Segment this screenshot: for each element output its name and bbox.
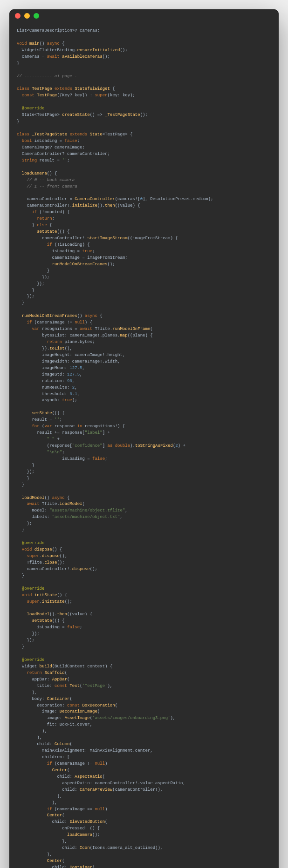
window-titlebar [9, 9, 279, 22]
minimize-icon[interactable] [24, 13, 30, 19]
close-icon[interactable] [15, 13, 21, 19]
code-editor[interactable]: List<CameraDescription>? cameras; void m… [9, 22, 279, 868]
maximize-icon[interactable] [34, 13, 39, 19]
editor-window: List<CameraDescription>? cameras; void m… [9, 9, 279, 868]
